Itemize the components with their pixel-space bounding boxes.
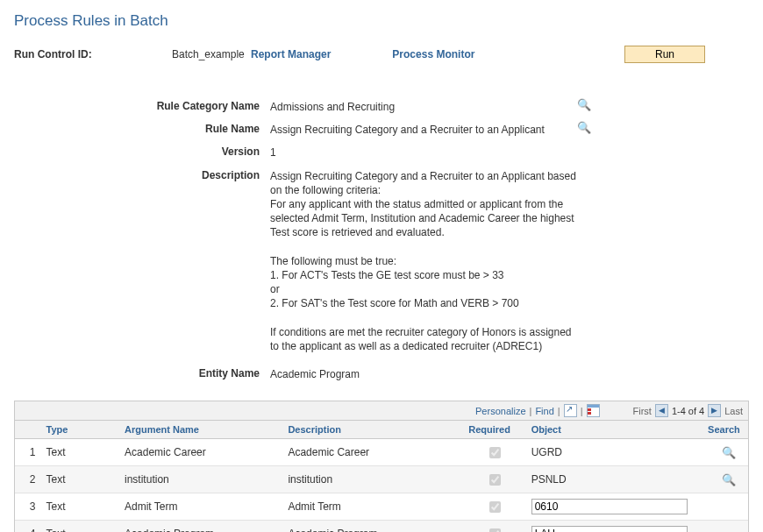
cell-search	[702, 493, 748, 521]
cell-required	[463, 466, 525, 493]
required-checkbox	[489, 447, 501, 458]
separator: |	[558, 406, 560, 416]
lookup-icon[interactable]: 🔍	[577, 98, 591, 111]
cell-description: Admit Term	[282, 493, 463, 521]
rule-category-label: Rule Category Name	[84, 98, 270, 112]
cell-type: Text	[40, 493, 119, 521]
grid-toolbar: Personalize | Find | | First ◀ 1-4 of 4 …	[15, 401, 748, 421]
cell-object: UGRD	[526, 439, 702, 466]
object-input[interactable]	[531, 526, 688, 532]
col-number	[15, 421, 40, 439]
row-number: 4	[15, 521, 40, 532]
cell-argument-name: Academic Career	[119, 439, 282, 466]
version-label: Version	[84, 144, 270, 158]
separator: |	[581, 406, 583, 416]
col-type[interactable]: Type	[40, 421, 119, 439]
col-search[interactable]: Search	[702, 421, 748, 439]
personalize-link[interactable]: Personalize	[475, 406, 525, 416]
row-number: 3	[15, 493, 40, 521]
cell-argument-name: institution	[119, 466, 282, 493]
cell-object	[526, 521, 702, 532]
col-description[interactable]: Description	[282, 421, 463, 439]
table-row: 3TextAdmit TermAdmit Term	[15, 493, 748, 521]
process-monitor-link[interactable]: Process Monitor	[392, 48, 474, 60]
object-input[interactable]	[531, 499, 688, 514]
separator: |	[530, 406, 532, 416]
cell-type: Text	[40, 439, 119, 466]
col-required[interactable]: Required	[463, 421, 525, 439]
required-checkbox	[489, 528, 501, 532]
cell-search: 🔍	[702, 466, 748, 493]
row-number: 1	[15, 439, 40, 466]
required-checkbox	[489, 474, 501, 486]
next-icon: ▶	[708, 404, 721, 417]
cell-description: institution	[282, 466, 463, 493]
cell-search	[702, 521, 748, 532]
first-link: First	[633, 406, 652, 416]
col-argument-name[interactable]: Argument Name	[119, 421, 282, 439]
cell-required	[463, 493, 525, 521]
table-row: 1TextAcademic CareerAcademic CareerUGRD🔍	[15, 439, 748, 466]
lookup-icon[interactable]: 🔍	[722, 446, 736, 459]
rule-form: Rule Category Name Admissions and Recrui…	[84, 98, 749, 381]
run-control-id-label: Run Control ID:	[14, 48, 172, 60]
cell-object	[526, 493, 702, 521]
cell-argument-name: Admit Term	[119, 493, 282, 521]
last-link: Last	[724, 406, 743, 416]
description-value: Assign Recruiting Category and a Recruit…	[270, 167, 577, 353]
page-title: Process Rules in Batch	[14, 12, 749, 30]
prev-icon: ◀	[655, 404, 668, 417]
cell-search: 🔍	[702, 439, 748, 466]
cell-required	[463, 521, 525, 532]
cell-object: PSNLD	[526, 466, 702, 493]
cell-description: Academic Career	[282, 439, 463, 466]
download-icon[interactable]	[587, 404, 600, 417]
table-row: 2TextinstitutioninstitutionPSNLD🔍	[15, 466, 748, 493]
cell-required	[463, 439, 525, 466]
rule-category-value: Admissions and Recruiting	[270, 98, 577, 114]
cell-description: Academic Program	[282, 521, 463, 532]
entity-name-value: Academic Program	[270, 365, 577, 381]
lookup-icon[interactable]: 🔍	[577, 121, 591, 134]
run-button[interactable]: Run	[624, 46, 705, 63]
col-object[interactable]: Object	[526, 421, 702, 439]
version-value: 1	[270, 144, 577, 160]
rule-name-label: Rule Name	[84, 121, 270, 135]
run-control-id-value: Batch_example	[172, 48, 251, 60]
zoom-icon[interactable]	[564, 404, 577, 417]
cell-argument-name: Academic Program	[119, 521, 282, 532]
run-control-bar: Run Control ID: Batch_example Report Man…	[14, 46, 749, 63]
cell-type: Text	[40, 466, 119, 493]
rule-name-value: Assign Recruiting Category and a Recruit…	[270, 121, 577, 137]
report-manager-link[interactable]: Report Manager	[251, 48, 331, 60]
row-range: 1-4 of 4	[672, 406, 704, 416]
row-number: 2	[15, 466, 40, 493]
description-label: Description	[84, 167, 270, 181]
table-row: 4TextAcademic ProgramAcademic Program	[15, 521, 748, 532]
arguments-grid: Personalize | Find | | First ◀ 1-4 of 4 …	[14, 401, 749, 532]
required-checkbox	[489, 501, 501, 513]
cell-type: Text	[40, 521, 119, 532]
lookup-icon[interactable]: 🔍	[722, 473, 736, 486]
entity-name-label: Entity Name	[84, 365, 270, 379]
find-link[interactable]: Find	[535, 406, 553, 416]
